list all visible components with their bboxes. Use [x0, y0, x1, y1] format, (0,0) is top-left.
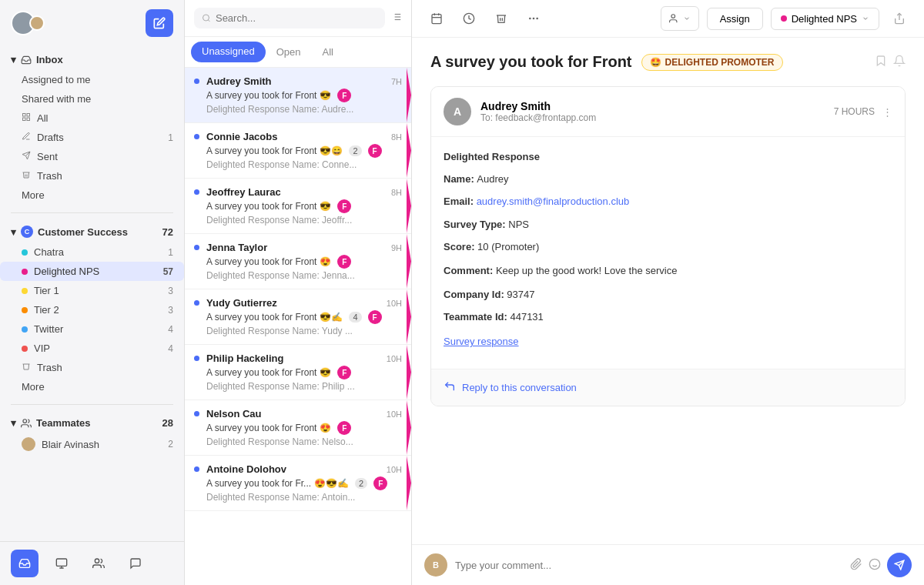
msg-time: 10H	[387, 410, 402, 419]
msg-time: 8H	[391, 188, 402, 197]
msg-item-6[interactable]: Nelson Cau 10H A survey you took for Fro…	[185, 400, 411, 456]
message-list: Unassigned Open All Audrey Smith 7H A su…	[185, 0, 412, 585]
sidebar-item-twitter[interactable]: Twitter 4	[0, 319, 184, 339]
msg-content: Audrey Smith 7H A survey you took for Fr…	[206, 75, 402, 115]
email-tag: 🤩 DELIGHTED PROMOTER	[641, 54, 783, 71]
sidebar-item-chatra[interactable]: Chatra 1	[0, 242, 184, 262]
svg-point-27	[869, 559, 879, 569]
pink-arrow	[407, 68, 411, 122]
msg-pink-tag: F	[337, 89, 351, 102]
msg-item-5[interactable]: Philip Hackeling 10H A survey you took f…	[185, 345, 411, 400]
tab-all[interactable]: All	[311, 37, 343, 68]
attachment-icon[interactable]	[850, 558, 862, 573]
drafts-count: 1	[168, 132, 173, 143]
msg-item-4[interactable]: Yudy Gutierrez 10H A survey you took for…	[185, 289, 411, 345]
msg-item-7[interactable]: Antoine Dolohov 10H A survey you took fo…	[185, 456, 411, 511]
customer-success-header[interactable]: ▾ C Customer Success 72	[0, 221, 184, 242]
trash-cs-label: Trash	[37, 362, 173, 373]
reply-text[interactable]: Reply to this conversation	[462, 382, 577, 393]
emoji-icon[interactable]	[869, 558, 881, 573]
contacts-bottom-icon[interactable]	[48, 550, 75, 577]
msg-item-0[interactable]: Audrey Smith 7H A survey you took for Fr…	[185, 68, 411, 123]
teammate-id-value: 447131	[510, 311, 543, 323]
chatra-label: Chatra	[34, 246, 168, 258]
chatra-count: 1	[168, 247, 173, 258]
comment-value: Keep up the good work! Love the service	[496, 265, 678, 276]
email-field: Email: audrey.smith@finalproduction.club	[444, 194, 892, 210]
email-card-header: A Audrey Smith To: feedback@frontapp.com…	[431, 87, 905, 137]
sidebar-item-trash-cs[interactable]: Trash	[0, 358, 184, 377]
compose-button[interactable]	[146, 9, 173, 37]
tier1-count: 3	[168, 286, 173, 296]
sidebar-item-tier1[interactable]: Tier 1 3	[0, 281, 184, 300]
svg-point-6	[23, 419, 27, 423]
svg-point-8	[95, 559, 99, 563]
survey-link[interactable]: Survey response	[444, 336, 519, 347]
email-tag-label: DELIGHTED PROMOTER	[665, 57, 775, 68]
assign-button[interactable]: Assign	[707, 8, 763, 30]
svg-point-23	[533, 18, 534, 18]
svg-point-25	[671, 15, 675, 18]
email-card: A Audrey Smith To: feedback@frontapp.com…	[430, 86, 906, 406]
tab-unassigned[interactable]: Unassigned	[191, 42, 266, 62]
teams-bottom-icon[interactable]	[85, 550, 112, 577]
sidebar-item-more-cs[interactable]: More	[0, 377, 184, 396]
inbox-bottom-icon[interactable]	[11, 550, 38, 577]
sidebar-item-all[interactable]: All	[0, 109, 184, 128]
more-inbox-label: More	[22, 189, 173, 201]
calendar-icon[interactable]	[424, 6, 449, 31]
tab-open[interactable]: Open	[266, 37, 312, 68]
sidebar-item-sent[interactable]: Sent	[0, 147, 184, 166]
reply-icon	[444, 380, 456, 395]
sidebar-item-tier2[interactable]: Tier 2 3	[0, 300, 184, 319]
msg-badge: 2	[355, 478, 367, 489]
company-id-field: Company Id: 93747	[444, 287, 892, 303]
delete-icon[interactable]	[489, 6, 514, 31]
sidebar-item-assigned-to-me[interactable]: Assigned to me	[0, 70, 184, 89]
filter-icon[interactable]	[391, 12, 402, 25]
chevron-down-tag	[862, 15, 869, 22]
search-input[interactable]	[216, 12, 377, 24]
msg-item-3[interactable]: Jenna Taylor 9H A survey you took for Fr…	[185, 234, 411, 289]
msg-subject: A survey you took for Front 😍F	[206, 255, 402, 269]
bell-icon[interactable]	[893, 55, 906, 69]
msg-preview: Delighted Response Name: Audre...	[206, 104, 402, 115]
share-icon[interactable]	[887, 6, 912, 31]
tag-dot	[781, 15, 787, 22]
email-value[interactable]: audrey.smith@finalproduction.club	[477, 196, 630, 207]
tag-button[interactable]: Delighted NPS	[771, 8, 879, 30]
msg-sender: Connie Jacobs	[206, 131, 277, 142]
inbox-header[interactable]: ▾ Inbox	[0, 49, 184, 70]
teammates-header[interactable]: ▾ Teammates 28	[0, 413, 184, 433]
unread-dot	[194, 356, 199, 361]
msg-item-1[interactable]: Connie Jacobs 8H A survey you took for F…	[185, 123, 411, 179]
blair-avatar	[22, 437, 35, 451]
sidebar-item-blair[interactable]: Blair Avinash 2	[0, 433, 184, 455]
clock-icon[interactable]	[457, 6, 481, 31]
company-id-label: Company Id:	[444, 289, 507, 300]
msg-item-2[interactable]: Jeoffrey Laurac 8H A survey you took for…	[185, 179, 411, 234]
search-wrap[interactable]	[194, 8, 385, 28]
sent-icon	[22, 151, 31, 162]
company-id-value: 93747	[507, 289, 534, 300]
sidebar-item-more-inbox[interactable]: More	[0, 186, 184, 205]
unread-dot	[194, 300, 199, 306]
assignee-selector[interactable]	[661, 6, 699, 31]
sidebar-item-trash-inbox[interactable]: Trash	[0, 166, 184, 186]
sidebar-item-delighted-nps[interactable]: Delighted NPS 57	[0, 262, 184, 281]
sidebar-item-drafts[interactable]: Drafts 1	[0, 128, 184, 147]
more-toolbar-icon[interactable]	[521, 6, 546, 31]
survey-type-value: NPS	[508, 219, 529, 230]
send-button[interactable]	[887, 553, 912, 577]
email-more-button[interactable]: ⋮	[882, 106, 892, 118]
sidebar-item-vip[interactable]: VIP 4	[0, 339, 184, 358]
comment-input[interactable]	[455, 560, 842, 571]
sidebar-item-shared-with-me[interactable]: Shared with me	[0, 89, 184, 109]
pink-arrow	[407, 289, 411, 344]
main-toolbar: Assign Delighted NPS	[412, 0, 924, 38]
survey-link-row: Survey response	[444, 334, 892, 350]
chat-bottom-icon[interactable]	[122, 550, 149, 577]
bookmark-icon[interactable]	[875, 55, 887, 69]
tag-label: Delighted NPS	[792, 13, 857, 25]
msg-preview: Delighted Response Name: Jeoffr...	[206, 215, 402, 226]
